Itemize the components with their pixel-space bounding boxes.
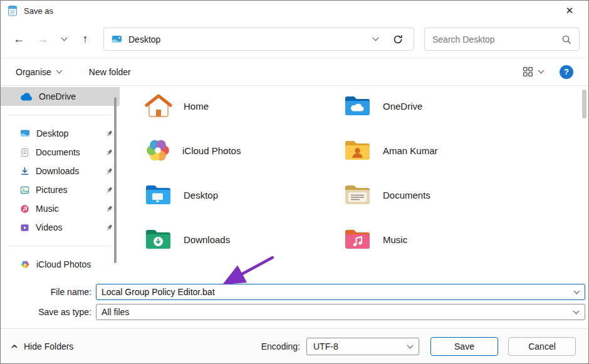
save-as-type-label: Save as type: — [1, 307, 96, 317]
file-item-label: Home — [184, 101, 209, 112]
file-item-downloads[interactable]: Downloads — [143, 224, 236, 254]
file-list-column-2: OneDrive Aman Kumar Documents Music — [343, 91, 542, 280]
file-item-desktop[interactable]: Desktop — [143, 180, 224, 210]
hide-folders-button[interactable]: Hide Folders — [11, 341, 73, 351]
desktop-location-icon — [112, 34, 122, 44]
address-bar[interactable]: Desktop — [103, 28, 414, 51]
file-name-input[interactable] — [96, 284, 585, 300]
music-folder-icon — [343, 227, 373, 252]
chevron-up-icon — [11, 343, 18, 350]
forward-button[interactable]: → — [33, 30, 52, 49]
command-toolbar: Organise New folder ? — [1, 58, 588, 86]
chevron-down-icon — [538, 68, 545, 74]
file-item-label: iCloud Photos — [182, 145, 241, 156]
divider — [7, 115, 111, 115]
sidebar-scrollbar[interactable] — [114, 97, 117, 263]
pin-icon — [105, 167, 113, 175]
new-folder-button[interactable]: New folder — [89, 67, 131, 77]
icloud-flower-icon — [20, 259, 30, 269]
cancel-button[interactable]: Cancel — [508, 337, 576, 356]
blue-folder-icon — [143, 182, 174, 207]
file-item-aman-kumar[interactable]: Aman Kumar — [343, 135, 444, 165]
save-as-type-value: All files — [102, 307, 129, 317]
file-item-home[interactable]: Home — [143, 91, 215, 121]
window-title: Save as — [24, 6, 53, 16]
fields-area: File name: Save as type: All files — [1, 280, 588, 328]
encoding-select[interactable]: UTF-8 — [306, 338, 419, 355]
file-item-label: Downloads — [184, 234, 230, 245]
organise-button[interactable]: Organise — [16, 67, 61, 77]
refresh-button[interactable] — [390, 31, 406, 48]
file-name-combobox — [96, 284, 585, 300]
organise-label: Organise — [16, 67, 51, 77]
file-list-column-1: Home iCloud Photos Desktop Downloads — [143, 91, 343, 280]
downloads-folder-icon — [143, 227, 174, 252]
sidebar-item-label: Videos — [36, 222, 63, 232]
navigation-bar: ← → ↑ Desktop — [1, 21, 588, 58]
file-list-scrollbar[interactable] — [582, 87, 586, 279]
sidebar-item-label: Pictures — [36, 185, 68, 195]
file-name-label: File name: — [1, 287, 96, 297]
file-item-onedrive[interactable]: OneDrive — [343, 91, 429, 121]
help-button[interactable]: ? — [560, 65, 573, 79]
chevron-down-icon — [61, 35, 67, 41]
save-button[interactable]: Save — [430, 337, 498, 356]
sidebar-item-videos[interactable]: Videos — [1, 218, 120, 237]
file-item-label: OneDrive — [383, 101, 422, 112]
documents-folder-icon — [343, 182, 373, 207]
home-icon — [143, 91, 174, 121]
chevron-down-icon — [56, 68, 62, 74]
file-item-label: Aman Kumar — [383, 145, 438, 156]
notepad-app-icon — [7, 5, 18, 16]
download-icon — [20, 167, 29, 176]
file-item-label: Desktop — [184, 190, 218, 200]
file-list: Home iCloud Photos Desktop Downloads — [120, 86, 588, 280]
chevron-down-icon — [573, 308, 580, 315]
scrollbar-thumb[interactable] — [582, 90, 586, 118]
sidebar-item-label: OneDrive — [39, 91, 76, 101]
music-icon — [20, 204, 29, 214]
new-folder-label: New folder — [89, 67, 131, 77]
chevron-down-icon — [407, 343, 414, 349]
videos-icon — [20, 223, 29, 232]
save-as-dialog: Save as ✕ ← → ↑ Desktop Organise — [0, 0, 589, 364]
search-box[interactable] — [424, 28, 580, 51]
view-options-button[interactable] — [523, 66, 543, 77]
user-folder-icon — [343, 138, 373, 163]
content-area: OneDrive Desktop Documents Downloads — [1, 86, 588, 280]
sidebar-item-pictures[interactable]: Pictures — [1, 180, 120, 199]
desktop-icon — [20, 129, 30, 138]
pictures-icon — [20, 185, 29, 195]
footer-bar: Hide Folders Encoding: UTF-8 Save Cancel — [1, 328, 588, 364]
sidebar-item-label: Documents — [36, 147, 80, 157]
sidebar-item-desktop[interactable]: Desktop — [1, 124, 120, 143]
pin-icon — [105, 148, 113, 157]
chevron-down-icon — [372, 35, 378, 41]
onedrive-cloud-icon — [20, 93, 33, 101]
sidebar-item-documents[interactable]: Documents — [1, 143, 120, 162]
icloud-flower-icon — [143, 136, 172, 165]
pin-icon — [105, 205, 113, 213]
title-bar: Save as ✕ — [1, 1, 588, 21]
close-button[interactable]: ✕ — [557, 1, 582, 20]
sidebar-item-label: Downloads — [36, 166, 79, 176]
search-input[interactable] — [432, 34, 556, 44]
view-grid-icon — [523, 66, 533, 77]
sidebar-item-music[interactable]: Music — [1, 199, 120, 218]
recent-locations-button[interactable] — [57, 30, 71, 49]
file-item-documents[interactable]: Documents — [343, 180, 437, 210]
sidebar-item-label: Desktop — [36, 128, 68, 138]
up-button[interactable]: ↑ — [76, 30, 95, 49]
address-location: Desktop — [128, 34, 160, 44]
file-item-music[interactable]: Music — [343, 224, 414, 254]
file-item-icloud-photos[interactable]: iCloud Photos — [143, 135, 247, 165]
address-dropdown-button[interactable] — [367, 31, 383, 48]
sidebar-item-downloads[interactable]: Downloads — [1, 162, 120, 180]
back-button[interactable]: ← — [9, 30, 28, 49]
sidebar-item-label: Music — [36, 204, 59, 214]
file-item-label: Documents — [383, 190, 430, 200]
pin-icon — [105, 186, 113, 194]
sidebar-item-onedrive[interactable]: OneDrive — [1, 87, 120, 106]
sidebar-item-icloud-photos[interactable]: iCloud Photos — [1, 255, 120, 274]
save-as-type-select[interactable]: All files — [96, 304, 585, 320]
